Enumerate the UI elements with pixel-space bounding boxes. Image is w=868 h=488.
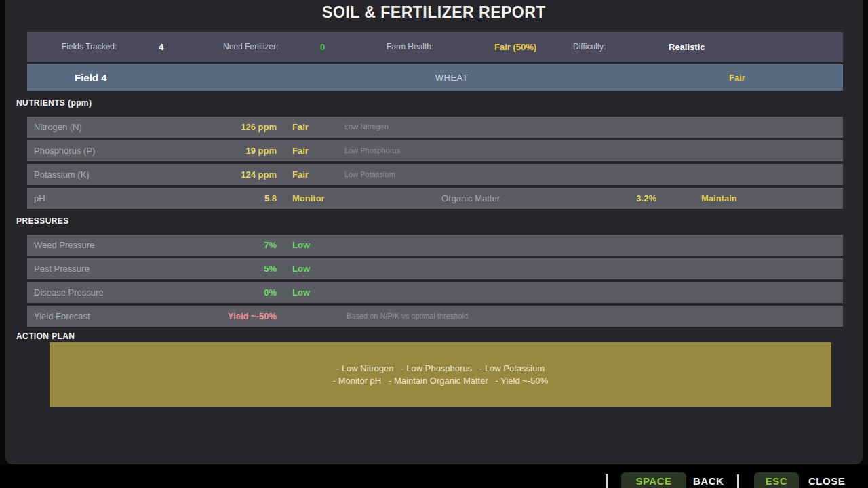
- nutrients-section-label: NUTRIENTS (ppm): [16, 98, 92, 108]
- organic-matter-status: Maintain: [701, 188, 737, 209]
- need-fertilizer-label: Need Fertilizer:: [223, 32, 278, 62]
- close-button[interactable]: CLOSE: [808, 472, 845, 488]
- nutrient-value: 126 ppm: [27, 117, 277, 138]
- fields-tracked-value: 4: [159, 32, 163, 62]
- pressure-value: 5%: [27, 258, 277, 279]
- action-plan-box: - Low Nitrogen - Low Phosphorus - Low Po…: [50, 342, 831, 407]
- nutrient-status: Fair: [292, 164, 309, 185]
- yield-forecast-value: Yield ~-50%: [27, 306, 277, 327]
- yield-forecast-note: Based on N/P/K vs optimal threshold: [347, 306, 468, 327]
- ph-value: 5.8: [27, 188, 277, 209]
- nutrient-note: Low Nitrogen: [344, 117, 389, 138]
- nutrient-row-potassium: Potassium (K) 124 ppm Fair Low Potassium: [27, 164, 843, 185]
- hotkey-divider: [737, 474, 739, 488]
- nutrient-status: Fair: [292, 117, 309, 138]
- organic-matter-value: 3.2%: [548, 188, 656, 209]
- back-button[interactable]: BACK: [693, 472, 724, 488]
- action-plan-line-1: - Low Nitrogen - Low Phosphorus - Low Po…: [336, 363, 545, 375]
- farm-health-label: Farm Health:: [387, 32, 433, 62]
- nutrient-value: 19 ppm: [27, 140, 277, 161]
- field-header-row: Field 4 WHEAT Fair: [27, 64, 843, 91]
- nutrient-note: Low Potassium: [344, 164, 395, 185]
- hotkey-bar: SPACE BACK ESC CLOSE: [0, 464, 868, 488]
- pressure-status: Low: [292, 235, 310, 256]
- field-name: Field 4: [75, 64, 107, 91]
- page-title: SOIL & FERTILIZER REPORT: [5, 3, 863, 22]
- nutrient-note: Low Phosphorus: [344, 140, 400, 161]
- action-plan-line-2: - Monitor pH - Maintain Organic Matter -…: [333, 375, 549, 387]
- esc-keycap[interactable]: ESC: [754, 472, 799, 488]
- field-status: Fair: [729, 64, 745, 91]
- action-plan-section-label: ACTION PLAN: [16, 331, 75, 341]
- nutrient-row-ph: pH 5.8 Monitor Organic Matter 3.2% Maint…: [27, 188, 843, 209]
- farm-health-value: Fair (50%): [494, 32, 536, 62]
- farm-stats-bar: Fields Tracked: 4 Need Fertilizer: 0 Far…: [27, 32, 843, 62]
- fields-tracked-label: Fields Tracked:: [62, 32, 117, 62]
- pressure-value: 0%: [27, 282, 277, 303]
- pressure-value: 7%: [27, 235, 277, 256]
- pressure-status: Low: [292, 258, 310, 279]
- field-crop: WHEAT: [411, 64, 492, 91]
- pressure-row-pest: Pest Pressure 5% Low: [27, 258, 843, 279]
- space-keycap[interactable]: SPACE: [621, 472, 686, 488]
- pressure-status: Low: [292, 282, 310, 303]
- difficulty-label: Difficulty:: [573, 32, 606, 62]
- pressure-row-weed: Weed Pressure 7% Low: [27, 235, 843, 256]
- pressure-row-disease: Disease Pressure 0% Low: [27, 282, 843, 303]
- difficulty-value: Realistic: [669, 32, 705, 62]
- nutrient-row-phosphorus: Phosphorus (P) 19 ppm Fair Low Phosphoru…: [27, 140, 843, 161]
- nutrient-status: Fair: [292, 140, 309, 161]
- ph-status: Monitor: [292, 188, 325, 209]
- soil-fertilizer-report-panel: SOIL & FERTILIZER REPORT Fields Tracked:…: [5, 0, 863, 464]
- hotkey-divider: [606, 474, 608, 488]
- nutrient-value: 124 ppm: [27, 164, 277, 185]
- need-fertilizer-value: 0: [320, 32, 325, 62]
- pressures-section-label: PRESSURES: [16, 216, 69, 226]
- screen: SOIL & FERTILIZER REPORT Fields Tracked:…: [0, 0, 868, 488]
- yield-forecast-row: Yield Forecast Yield ~-50% Based on N/P/…: [27, 306, 843, 327]
- organic-matter-label: Organic Matter: [441, 188, 500, 209]
- nutrient-row-nitrogen: Nitrogen (N) 126 ppm Fair Low Nitrogen: [27, 117, 843, 138]
